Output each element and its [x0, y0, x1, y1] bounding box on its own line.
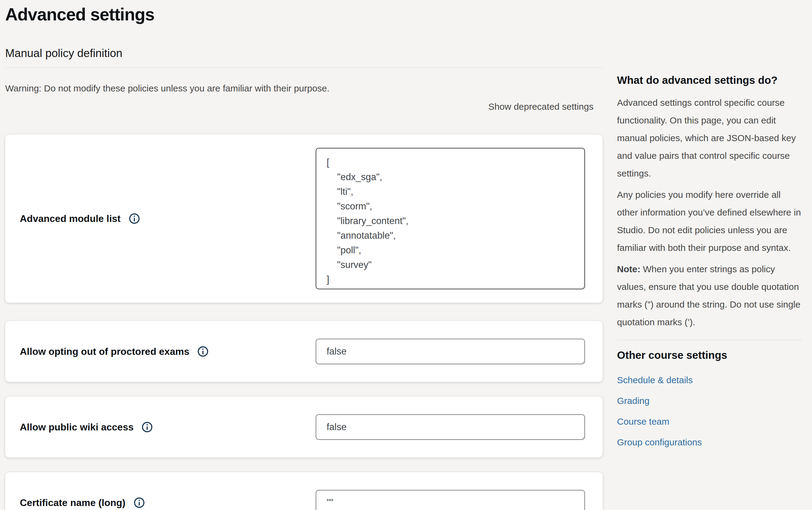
section-heading: Manual policy definition [5, 47, 603, 60]
setting-card-allow-opting-out-proctored-exams: Allow opting out of proctored exams fals… [5, 321, 603, 382]
setting-card-advanced-module-list: Advanced module list [ "edx_sga", "lti",… [5, 135, 603, 303]
setting-card-certificate-name-long: Certificate name (long) "" [5, 472, 603, 510]
setting-label-group: Certificate name (long) [20, 497, 315, 509]
note-text: When you enter strings as policy values,… [617, 264, 801, 327]
sidebar-divider [617, 340, 802, 340]
list-item: Course team [617, 417, 802, 428]
help-sidebar: What do advanced settings do? Advanced s… [617, 0, 802, 510]
page-layout: Advanced settings Manual policy definiti… [0, 0, 812, 510]
allow-opting-out-proctored-exams-textarea[interactable]: false [315, 339, 585, 364]
setting-label-group: Advanced module list [20, 213, 315, 225]
info-icon[interactable] [141, 421, 153, 433]
help-heading: What do advanced settings do? [617, 73, 802, 87]
list-item: Group configurations [617, 438, 802, 448]
setting-label: Certificate name (long) [20, 497, 125, 509]
deprecated-settings-row: Show deprecated settings [5, 102, 594, 112]
course-team-link[interactable]: Course team [617, 417, 669, 426]
list-item: Grading [617, 396, 802, 407]
advanced-module-list-textarea[interactable]: [ "edx_sga", "lti", "scorm", "library_co… [315, 148, 585, 289]
allow-public-wiki-access-textarea[interactable]: false [315, 414, 585, 440]
group-configurations-link[interactable]: Group configurations [617, 437, 702, 447]
help-paragraph-2: Any policies you modify here override al… [617, 186, 802, 257]
info-icon[interactable] [133, 497, 145, 508]
note-label: Note: [617, 264, 640, 274]
help-note-paragraph: Note: When you enter strings as policy v… [617, 260, 802, 331]
help-paragraph-1: Advanced settings control specific cours… [617, 94, 802, 182]
policy-warning-text: Warning: Do not modify these policies un… [5, 83, 603, 94]
setting-label-group: Allow opting out of proctored exams [20, 345, 315, 358]
grading-link[interactable]: Grading [617, 396, 650, 406]
show-deprecated-settings-button[interactable]: Show deprecated settings [488, 102, 594, 112]
certificate-name-long-textarea[interactable]: "" [315, 490, 585, 510]
info-icon[interactable] [197, 346, 209, 357]
list-item: Schedule & details [617, 375, 802, 386]
setting-label: Allow public wiki access [20, 421, 133, 433]
setting-card-allow-public-wiki-access: Allow public wiki access false [5, 397, 603, 458]
page-title: Advanced settings [5, 4, 603, 24]
schedule-details-link[interactable]: Schedule & details [617, 375, 693, 385]
setting-label: Allow opting out of proctored exams [20, 345, 189, 358]
setting-label: Advanced module list [20, 213, 121, 225]
setting-label-group: Allow public wiki access [20, 421, 315, 433]
other-course-settings-heading: Other course settings [617, 348, 802, 362]
main-content: Advanced settings Manual policy definiti… [5, 0, 603, 510]
content-divider [5, 67, 603, 68]
other-course-settings-links: Schedule & details Grading Course team G… [617, 375, 802, 448]
info-icon[interactable] [128, 213, 140, 224]
